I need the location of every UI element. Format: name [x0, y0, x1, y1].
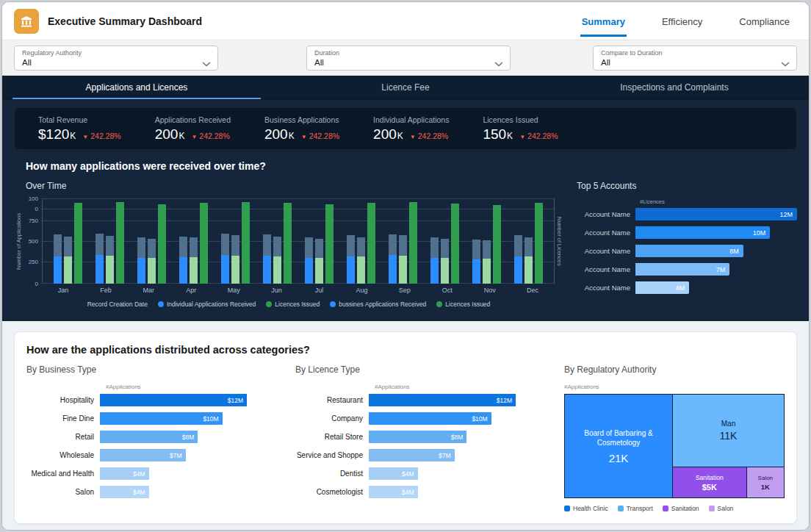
- section-tab-applications-and-licences[interactable]: Applications and Licences: [2, 76, 271, 99]
- bar-segment-individual-applications-received[interactable]: [179, 257, 187, 284]
- bar-segment-licences-issued[interactable]: [231, 256, 239, 284]
- bar-segment-individual-applications-received[interactable]: [95, 255, 104, 284]
- bar-segment-licences-issued[interactable]: [190, 257, 198, 284]
- bar-segment-individual-applications-received[interactable]: [221, 255, 229, 284]
- bar-segment-bussines-applications-received[interactable]: [514, 235, 522, 256]
- category-label: Restaurant: [295, 396, 369, 404]
- bar-segment-bussines-applications-received[interactable]: [472, 240, 480, 259]
- bar-segment-individual-applications-received[interactable]: [347, 256, 355, 284]
- bar-segment-individual-applications-received[interactable]: [54, 256, 62, 284]
- bar-segment-bussines-applications-received[interactable]: [347, 235, 355, 256]
- bar-segment-bussines-applications-received[interactable]: [148, 239, 156, 258]
- bar-segment-bussines-applications-received[interactable]: [483, 240, 491, 259]
- bar-segment-licences-issued[interactable]: [148, 258, 156, 284]
- bar-group-aug: [347, 198, 375, 284]
- bar-segment-licences-issued[interactable]: [200, 203, 208, 284]
- section-tab-licence-fee[interactable]: Licence Fee: [271, 76, 540, 99]
- section-tab-inspections-and-complaints[interactable]: Inspections and Complaints: [540, 76, 809, 99]
- bar-segment-individual-applications-received[interactable]: [137, 258, 145, 284]
- x-tick-label: May: [212, 287, 255, 294]
- bar-segment-licences-issued[interactable]: [441, 258, 449, 284]
- bar-segment-bussines-applications-received[interactable]: [137, 237, 145, 258]
- filter-dropdown-duration[interactable]: DurationAll: [306, 46, 511, 71]
- tab-efficiency[interactable]: Efficiency: [660, 10, 704, 37]
- bar-segment-bussines-applications-received[interactable]: [399, 235, 407, 255]
- treemap-cell-man[interactable]: Man 11K: [673, 395, 784, 467]
- category-bar[interactable]: $8M: [369, 431, 466, 443]
- bar-column: [179, 198, 187, 284]
- bar-segment-bussines-applications-received[interactable]: [273, 237, 281, 256]
- bar-segment-licences-issued[interactable]: [106, 256, 114, 284]
- bar-segment-bussines-applications-received[interactable]: [389, 234, 397, 255]
- tab-summary[interactable]: Summary: [580, 10, 627, 37]
- bar-segment-licences-issued[interactable]: [64, 256, 72, 284]
- bar-segment-licences-issued[interactable]: [535, 203, 543, 284]
- category-bar[interactable]: $4M: [369, 486, 418, 498]
- category-bar[interactable]: $7M: [100, 449, 186, 461]
- category-bar[interactable]: $12M: [100, 394, 247, 406]
- bar-segment-bussines-applications-received[interactable]: [54, 234, 62, 256]
- bar-segment-bussines-applications-received[interactable]: [315, 239, 323, 258]
- bar-segment-bussines-applications-received[interactable]: [95, 234, 104, 255]
- bar-segment-individual-applications-received[interactable]: [514, 256, 522, 284]
- bar-segment-bussines-applications-received[interactable]: [64, 237, 72, 256]
- account-bar[interactable]: 12M: [635, 208, 797, 220]
- chart-legend: Record Creation DateIndividual Applicati…: [14, 301, 563, 308]
- category-bar[interactable]: $10M: [369, 412, 491, 425]
- treemap-cell-sanitation[interactable]: Sanitation $5K: [673, 467, 746, 497]
- treemap-cell-salon[interactable]: Salon 1K: [747, 467, 784, 497]
- bar-segment-licences-issued[interactable]: [158, 204, 166, 284]
- category-bar[interactable]: $4M: [100, 486, 149, 498]
- account-bar[interactable]: 10M: [635, 226, 770, 239]
- category-bar[interactable]: $4M: [100, 467, 149, 480]
- bar-segment-licences-issued[interactable]: [525, 256, 533, 284]
- bar-segment-licences-issued[interactable]: [493, 205, 501, 284]
- down-arrow-icon: ▼: [301, 134, 307, 140]
- bar-segment-licences-issued[interactable]: [74, 203, 82, 284]
- bar-column: [137, 198, 145, 284]
- legend-item-sanitation: Sanitation: [663, 505, 699, 512]
- bar-segment-individual-applications-received[interactable]: [389, 255, 397, 284]
- bar-segment-bussines-applications-received[interactable]: [106, 236, 114, 256]
- category-bar[interactable]: $4M: [369, 467, 418, 480]
- filter-dropdown-regulatory-authority[interactable]: Regulatory AuthorityAll: [14, 46, 218, 71]
- bar-segment-licences-issued[interactable]: [367, 203, 375, 284]
- bar-segment-licences-issued[interactable]: [315, 258, 323, 284]
- category-bar[interactable]: $8M: [100, 431, 198, 443]
- bar-segment-bussines-applications-received[interactable]: [231, 235, 239, 255]
- bar-segment-bussines-applications-received[interactable]: [179, 237, 187, 257]
- bar-segment-bussines-applications-received[interactable]: [263, 234, 271, 256]
- tab-compliance[interactable]: Compliance: [738, 10, 791, 37]
- bar-segment-licences-issued[interactable]: [284, 203, 292, 284]
- bar-segment-bussines-applications-received[interactable]: [190, 237, 198, 257]
- bar-segment-licences-issued[interactable]: [409, 202, 417, 284]
- bar-segment-bussines-applications-received[interactable]: [430, 237, 439, 258]
- filter-dropdown-compare-to-duration[interactable]: Compare to DurationAll: [593, 46, 797, 71]
- bar-segment-bussines-applications-received[interactable]: [221, 234, 229, 255]
- account-bar[interactable]: 4M: [635, 281, 689, 294]
- category-bar[interactable]: $10M: [100, 412, 223, 425]
- category-bar[interactable]: $7M: [369, 449, 455, 461]
- bar-segment-licences-issued[interactable]: [242, 202, 250, 284]
- account-bar[interactable]: 7M: [635, 263, 729, 276]
- bar-segment-individual-applications-received[interactable]: [263, 256, 271, 284]
- bar-segment-licences-issued[interactable]: [116, 202, 124, 284]
- treemap-cell-board-of-barbaring[interactable]: Board of Barbaring & Cosmetology 21K: [565, 395, 672, 497]
- bar-segment-licences-issued[interactable]: [399, 256, 407, 284]
- category-bar[interactable]: $12M: [369, 394, 516, 406]
- bar-segment-licences-issued[interactable]: [451, 204, 459, 284]
- bar-segment-individual-applications-received[interactable]: [305, 258, 313, 284]
- bar-segment-licences-issued[interactable]: [325, 204, 334, 284]
- bar-segment-individual-applications-received[interactable]: [472, 259, 480, 284]
- bar-segment-bussines-applications-received[interactable]: [525, 237, 533, 257]
- legend-label: Licences Issued: [445, 301, 490, 308]
- bar-segment-licences-issued[interactable]: [483, 259, 491, 284]
- bar-segment-bussines-applications-received[interactable]: [441, 239, 449, 258]
- bar-segment-bussines-applications-received[interactable]: [357, 237, 365, 257]
- bar-segment-licences-issued[interactable]: [273, 256, 281, 284]
- account-bar[interactable]: 8M: [635, 245, 743, 257]
- bar-segment-licences-issued[interactable]: [357, 256, 365, 284]
- down-arrow-icon: ▼: [410, 134, 416, 140]
- bar-segment-individual-applications-received[interactable]: [430, 258, 439, 284]
- bar-segment-bussines-applications-received[interactable]: [305, 237, 313, 258]
